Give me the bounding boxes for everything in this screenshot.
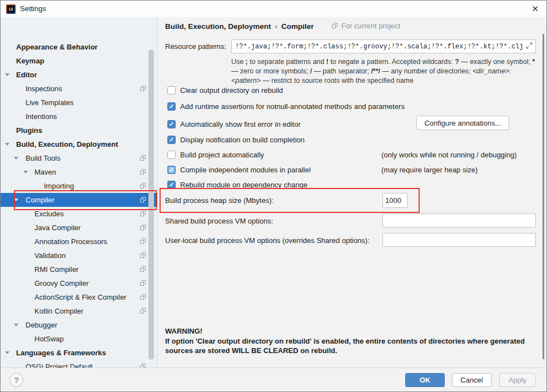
sidebar-item-groovy-compiler[interactable]: Groovy Compiler (1, 276, 158, 290)
breadcrumb-build-execution-deployment[interactable]: Build, Execution, Deployment (165, 22, 271, 31)
sidebar-item-annotation-processors[interactable]: Annotation Processors (1, 235, 158, 249)
ok-button[interactable]: OK (405, 373, 445, 387)
copy-settings-icon (140, 210, 147, 217)
cancel-button[interactable]: Cancel (452, 373, 491, 387)
sidebar-item-inspections[interactable]: Inspections (1, 82, 158, 96)
help-button[interactable]: ? (9, 373, 23, 387)
sidebar-scrollbar[interactable] (148, 49, 154, 360)
shared-vm-options-label: Shared build process VM options: (165, 217, 273, 225)
sidebar-item-live-templates[interactable]: Live Templates (1, 96, 158, 110)
copy-settings-icon (140, 224, 147, 231)
sidebar-item-importing[interactable]: Importing (1, 179, 158, 193)
sidebar-item-build-tools[interactable]: Build Tools (1, 151, 158, 165)
for-current-project-icon (331, 22, 339, 29)
dialog-footer: ? OK Cancel Apply (1, 368, 546, 392)
chevron-down-icon[interactable] (5, 73, 9, 76)
configure-annotations-button[interactable]: Configure annotations... (416, 116, 509, 130)
user-vm-options-label: User-local build process VM options (ove… (165, 236, 370, 245)
chevron-down-icon[interactable] (14, 157, 18, 160)
sidebar-item-languages-frameworks[interactable]: Languages & Frameworks (1, 346, 158, 360)
breadcrumb-compiler[interactable]: Compiler (281, 22, 314, 31)
copy-settings-icon (140, 280, 147, 287)
resource-patterns-help: Use ; to separate patterns and ! to nega… (231, 57, 538, 86)
checkbox-clear-output-directory[interactable]: Clear output directory on rebuild (167, 85, 283, 96)
settings-dialog: IJ Settings ✕ ✕ Appearance & Behavior Ke… (0, 0, 547, 392)
close-icon[interactable]: ✕ (531, 4, 539, 14)
sidebar-item-debugger[interactable]: Debugger (1, 318, 158, 332)
checkbox-checked-icon[interactable] (167, 120, 176, 128)
checkbox-compile-parallel[interactable]: Compile independent modules in parallel (167, 164, 311, 175)
resource-patterns-input[interactable] (231, 39, 536, 53)
copy-settings-icon (140, 196, 147, 204)
expand-field-icon[interactable] (525, 42, 533, 49)
chevron-down-icon[interactable] (14, 199, 18, 201)
resource-patterns-label: Resource patterns: (165, 42, 226, 51)
chevron-down-icon[interactable] (14, 324, 18, 326)
scope-label: For current project (331, 21, 400, 30)
sidebar-item-hotswap[interactable]: HotSwap (1, 332, 158, 346)
sidebar-item-rmi-compiler[interactable]: RMI Compiler (1, 262, 158, 276)
sidebar-item-maven[interactable]: Maven (1, 165, 158, 179)
settings-tree: Appearance & Behavior Keymap Editor Insp… (1, 17, 158, 368)
copy-settings-icon (140, 155, 147, 162)
sidebar-item-java-compiler[interactable]: Java Compiler (1, 221, 158, 235)
copy-settings-icon (140, 252, 147, 259)
sidebar-item-osgi-project-default[interactable]: OSGi Project Default (1, 360, 158, 368)
sidebar-item-compiler[interactable]: Compiler (1, 193, 158, 207)
chevron-down-icon[interactable] (23, 171, 28, 173)
sidebar-item-plugins[interactable]: Plugins (1, 123, 158, 137)
sidebar-item-build-execution-deployment[interactable]: Build, Execution, Deployment (1, 137, 158, 151)
checkbox-build-project-automatically[interactable]: Build project automatically (167, 149, 264, 160)
copy-settings-icon (140, 238, 147, 245)
note-build-automatically: (only works while not running / debuggin… (381, 151, 517, 159)
sidebar-item-keymap[interactable]: Keymap (1, 54, 158, 68)
checkbox-add-runtime-assertions[interactable]: Add runtime assertions for notnull-annot… (167, 101, 405, 112)
copy-settings-icon (140, 294, 147, 301)
title-bar: IJ Settings ✕ (1, 1, 546, 17)
checkbox-show-first-error[interactable]: Automatically show first error in editor (167, 118, 301, 130)
checkbox-checked-icon[interactable] (167, 181, 176, 189)
copy-settings-icon (140, 182, 147, 190)
checkbox-unchecked-icon[interactable] (167, 151, 176, 159)
heap-size-label: Build process heap size (Mbytes): (165, 196, 274, 205)
shared-vm-options-input[interactable] (382, 214, 536, 227)
copy-settings-icon (140, 85, 147, 92)
chevron-down-icon[interactable] (5, 351, 9, 354)
sidebar-item-kotlin-compiler[interactable]: Kotlin Compiler (1, 304, 158, 318)
checkbox-checked-icon[interactable] (167, 136, 176, 144)
compiler-settings-panel: Build, Execution, Deployment›Compiler Fo… (158, 17, 547, 368)
main-scrollbar[interactable] (543, 34, 544, 359)
copy-settings-icon (140, 363, 147, 368)
sidebar-item-appearance-behavior[interactable]: Appearance & Behavior (1, 40, 158, 54)
sidebar-item-excludes[interactable]: Excludes (1, 207, 158, 221)
chevron-down-icon[interactable] (5, 143, 9, 146)
apply-button[interactable]: Apply (499, 373, 536, 387)
intellij-logo-icon: IJ (6, 4, 16, 14)
checkbox-unchecked-icon[interactable] (167, 86, 176, 95)
note-compile-parallel: (may require larger heap size) (381, 166, 478, 174)
sidebar-item-editor[interactable]: Editor (1, 68, 158, 82)
checkbox-checked-highlighted-icon[interactable] (167, 166, 176, 174)
sidebar-item-intentions[interactable]: Intentions (1, 110, 158, 123)
sidebar-item-validation[interactable]: Validation (1, 249, 158, 262)
copy-settings-icon (140, 307, 147, 315)
user-vm-options-input[interactable] (382, 233, 536, 247)
breadcrumb: Build, Execution, Deployment›Compiler (165, 22, 314, 31)
sidebar-item-actionscript-flex-compiler[interactable]: ActionScript & Flex Compiler (1, 290, 158, 304)
checkbox-display-notification[interactable]: Display notification on build completion (167, 134, 305, 145)
checkbox-checked-icon[interactable] (167, 102, 176, 111)
window-title: Settings (20, 4, 46, 13)
heap-size-input[interactable] (382, 193, 407, 208)
copy-settings-icon (140, 266, 147, 273)
breadcrumb-separator: › (275, 22, 278, 31)
copy-settings-icon (140, 168, 147, 176)
warning-text: WARNING! If option 'Clear output directo… (165, 326, 525, 356)
checkbox-rebuild-on-dependency-change[interactable]: Rebuild module on dependency change (167, 179, 307, 190)
